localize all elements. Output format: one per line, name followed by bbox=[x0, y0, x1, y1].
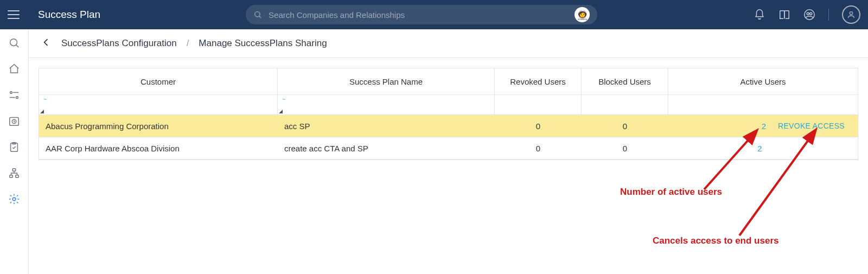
col-active[interactable]: Active Users bbox=[668, 68, 858, 94]
divider bbox=[828, 9, 829, 21]
table-row[interactable]: AAR Corp Hardware Abscoa Division create… bbox=[39, 137, 858, 160]
gear-icon[interactable] bbox=[8, 193, 20, 205]
svg-point-5 bbox=[850, 12, 852, 15]
global-search[interactable]: 🧑‍🚀 bbox=[246, 5, 597, 24]
clipboard-check-icon[interactable] bbox=[8, 141, 20, 153]
breadcrumb-separator: / bbox=[187, 38, 189, 49]
back-arrow-icon[interactable] bbox=[41, 37, 52, 50]
top-bar: Success Plan 🧑‍🚀 bbox=[0, 0, 868, 29]
col-customer[interactable]: Customer bbox=[39, 68, 278, 94]
filter-revoked[interactable] bbox=[495, 95, 582, 114]
active-count-link[interactable]: 2 bbox=[757, 144, 762, 153]
sliders-icon[interactable] bbox=[8, 89, 20, 101]
user-menu[interactable] bbox=[842, 5, 860, 24]
col-blocked[interactable]: Blocked Users bbox=[582, 68, 668, 94]
search-icon bbox=[253, 10, 262, 19]
svg-point-10 bbox=[16, 97, 18, 99]
layout: SuccessPlans Configuration / Manage Succ… bbox=[0, 29, 868, 274]
svg-rect-17 bbox=[16, 175, 19, 178]
bell-icon[interactable] bbox=[754, 9, 765, 21]
search-avatar-icon[interactable]: 🧑‍🚀 bbox=[575, 7, 590, 22]
app-title: Success Plan bbox=[38, 9, 100, 21]
cell-blocked: 0 bbox=[582, 115, 668, 137]
table-header: Customer Success Plan Name Revoked Users… bbox=[39, 68, 858, 95]
cell-revoked: 0 bbox=[495, 115, 582, 137]
svg-point-3 bbox=[807, 12, 809, 15]
breadcrumb-parent[interactable]: SuccessPlans Configuration bbox=[61, 38, 177, 49]
active-count-link[interactable]: 2 bbox=[762, 122, 766, 131]
svg-point-0 bbox=[255, 12, 260, 17]
svg-point-8 bbox=[10, 92, 12, 94]
search-icon[interactable] bbox=[8, 37, 20, 49]
main-area: SuccessPlans Configuration / Manage Succ… bbox=[29, 29, 868, 274]
svg-point-4 bbox=[810, 12, 812, 15]
people-icon[interactable] bbox=[803, 9, 815, 21]
sharing-table: Customer Success Plan Name Revoked Users… bbox=[39, 68, 858, 160]
svg-point-6 bbox=[10, 39, 17, 46]
cell-active: 2 REVOKE ACCESS bbox=[668, 115, 858, 137]
content-area: Customer Success Plan Name Revoked Users… bbox=[29, 58, 868, 274]
cell-customer: AAR Corp Hardware Abscoa Division bbox=[39, 137, 278, 159]
user-icon bbox=[847, 10, 856, 19]
svg-line-7 bbox=[16, 45, 18, 47]
svg-rect-15 bbox=[12, 169, 16, 171]
svg-rect-16 bbox=[10, 175, 13, 178]
filter-active[interactable] bbox=[668, 95, 858, 114]
book-icon[interactable] bbox=[778, 9, 790, 21]
filter-plan-name[interactable]: ~ bbox=[278, 95, 495, 114]
hierarchy-icon[interactable] bbox=[8, 167, 20, 179]
breadcrumb: SuccessPlans Configuration / Manage Succ… bbox=[29, 29, 868, 58]
filter-customer[interactable]: ~ bbox=[39, 95, 278, 114]
search-input[interactable] bbox=[267, 10, 567, 20]
cell-active: 2 bbox=[668, 137, 858, 159]
clock-icon[interactable] bbox=[8, 115, 20, 127]
svg-line-1 bbox=[259, 16, 261, 18]
cell-revoked: 0 bbox=[495, 137, 582, 159]
col-plan-name[interactable]: Success Plan Name bbox=[278, 68, 495, 94]
cell-customer: Abacus Programming Corporation bbox=[39, 115, 278, 137]
cell-plan-name: create acc CTA and SP bbox=[278, 137, 495, 159]
top-actions bbox=[754, 5, 860, 24]
menu-toggle-icon[interactable] bbox=[8, 10, 20, 19]
home-icon[interactable] bbox=[8, 63, 20, 75]
cell-plan-name: acc SP bbox=[278, 115, 495, 137]
revoke-access-link[interactable]: REVOKE ACCESS bbox=[778, 122, 845, 130]
filter-row: ~ ~ bbox=[39, 95, 858, 115]
table-row[interactable]: Abacus Programming Corporation acc SP 0 … bbox=[39, 115, 858, 137]
left-sidebar bbox=[0, 29, 29, 274]
svg-point-18 bbox=[12, 197, 16, 201]
col-revoked[interactable]: Revoked Users bbox=[495, 68, 582, 94]
filter-blocked[interactable] bbox=[582, 95, 668, 114]
breadcrumb-current: Manage SuccessPlans Sharing bbox=[199, 38, 327, 49]
svg-point-2 bbox=[805, 10, 814, 20]
cell-blocked: 0 bbox=[582, 137, 668, 159]
